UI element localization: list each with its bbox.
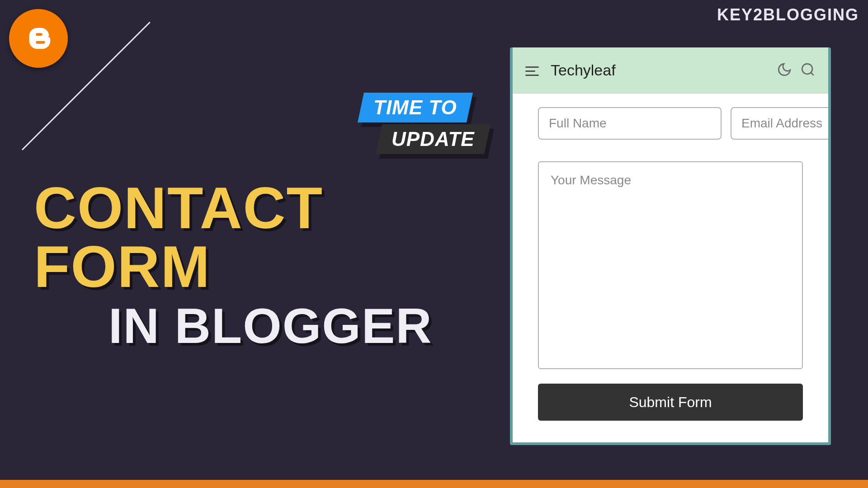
badge-update: UPDATE	[376, 124, 491, 154]
card-header: Techyleaf	[513, 47, 828, 94]
blogger-logo-icon	[9, 9, 68, 68]
search-icon[interactable]	[800, 62, 816, 79]
badge-stack: TIME TO UPDATE	[361, 93, 487, 154]
title-line-1: CONTACT FORM	[34, 178, 495, 296]
title-line-2: IN BLOGGER	[108, 296, 495, 356]
svg-point-0	[802, 64, 812, 74]
app-title: Techyleaf	[551, 61, 767, 79]
full-name-field[interactable]	[538, 107, 722, 140]
badge-time-to: TIME TO	[358, 93, 473, 122]
message-field[interactable]	[538, 161, 803, 369]
main-title: CONTACT FORM IN BLOGGER	[34, 178, 495, 356]
bottom-accent-bar	[0, 480, 868, 488]
hamburger-icon[interactable]	[525, 66, 541, 75]
contact-form-card: Techyleaf Submit Form	[510, 47, 831, 445]
svg-line-1	[811, 72, 814, 75]
submit-button[interactable]: Submit Form	[538, 384, 803, 421]
email-field[interactable]	[731, 107, 831, 140]
form-body: Submit Form	[513, 94, 828, 434]
dark-mode-icon[interactable]	[777, 62, 792, 79]
brand-text: KEY2BLOGGING	[717, 5, 859, 24]
